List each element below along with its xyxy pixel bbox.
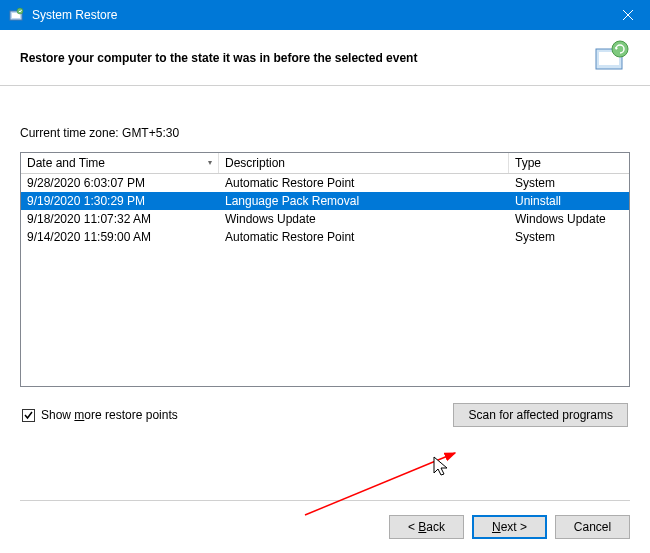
options-row: Show more restore points Scan for affect… bbox=[20, 403, 630, 427]
restore-points-table: Date and Time ▾ Description Type 9/28/20… bbox=[20, 152, 630, 387]
table-body: 9/28/2020 6:03:07 PMAutomatic Restore Po… bbox=[21, 174, 629, 246]
cell-description: Automatic Restore Point bbox=[219, 174, 509, 192]
scan-affected-button[interactable]: Scan for affected programs bbox=[453, 403, 628, 427]
table-row[interactable]: 9/19/2020 1:30:29 PMLanguage Pack Remova… bbox=[21, 192, 629, 210]
timezone-label: Current time zone: GMT+5:30 bbox=[20, 126, 630, 140]
sort-desc-icon: ▾ bbox=[208, 158, 212, 167]
table-header: Date and Time ▾ Description Type bbox=[21, 153, 629, 174]
svg-point-5 bbox=[612, 41, 628, 57]
table-row[interactable]: 9/28/2020 6:03:07 PMAutomatic Restore Po… bbox=[21, 174, 629, 192]
restore-large-icon bbox=[592, 39, 630, 77]
table-row[interactable]: 9/14/2020 11:59:00 AMAutomatic Restore P… bbox=[21, 228, 629, 246]
cell-date: 9/14/2020 11:59:00 AM bbox=[21, 228, 219, 246]
cell-date: 9/19/2020 1:30:29 PM bbox=[21, 192, 219, 210]
svg-point-2 bbox=[17, 8, 23, 14]
column-date-time[interactable]: Date and Time ▾ bbox=[21, 153, 219, 173]
cell-description: Windows Update bbox=[219, 210, 509, 228]
cell-date: 9/18/2020 11:07:32 AM bbox=[21, 210, 219, 228]
show-more-label: Show more restore points bbox=[41, 408, 178, 422]
content-area: Current time zone: GMT+5:30 Date and Tim… bbox=[0, 86, 650, 437]
cell-date: 9/28/2020 6:03:07 PM bbox=[21, 174, 219, 192]
cell-type: System bbox=[509, 174, 629, 192]
cancel-button[interactable]: Cancel bbox=[555, 515, 630, 539]
cursor-icon bbox=[432, 455, 452, 479]
header: Restore your computer to the state it wa… bbox=[0, 30, 650, 86]
cell-type: Uninstall bbox=[509, 192, 629, 210]
window-title: System Restore bbox=[32, 8, 605, 22]
restore-icon bbox=[8, 7, 24, 23]
column-type[interactable]: Type bbox=[509, 153, 629, 173]
cell-description: Automatic Restore Point bbox=[219, 228, 509, 246]
close-button[interactable] bbox=[605, 0, 650, 30]
cell-type: System bbox=[509, 228, 629, 246]
cell-description: Language Pack Removal bbox=[219, 192, 509, 210]
wizard-footer: < Back Next > Cancel bbox=[20, 500, 630, 539]
page-title: Restore your computer to the state it wa… bbox=[20, 51, 592, 65]
column-date-label: Date and Time bbox=[27, 156, 105, 170]
column-description[interactable]: Description bbox=[219, 153, 509, 173]
show-more-checkbox[interactable]: Show more restore points bbox=[22, 408, 178, 422]
back-button[interactable]: < Back bbox=[389, 515, 464, 539]
next-button[interactable]: Next > bbox=[472, 515, 547, 539]
checkbox-icon bbox=[22, 409, 35, 422]
titlebar: System Restore bbox=[0, 0, 650, 30]
cell-type: Windows Update bbox=[509, 210, 629, 228]
table-row[interactable]: 9/18/2020 11:07:32 AMWindows UpdateWindo… bbox=[21, 210, 629, 228]
